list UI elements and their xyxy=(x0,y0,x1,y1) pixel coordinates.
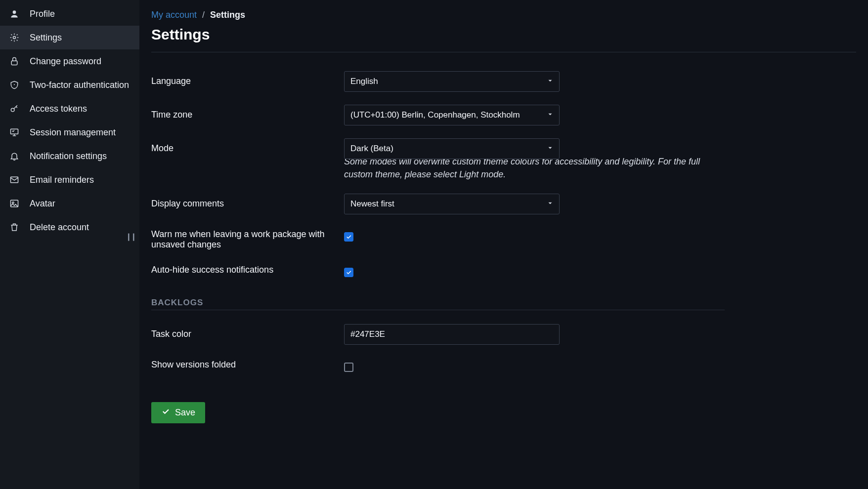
warn-unsaved-checkbox[interactable] xyxy=(344,232,353,242)
sidebar-item-access-tokens[interactable]: Access tokens xyxy=(0,97,139,121)
bell-icon xyxy=(9,151,20,162)
task-color-label: Task color xyxy=(151,324,344,339)
language-select[interactable]: English xyxy=(344,71,560,92)
autohide-checkbox[interactable] xyxy=(344,268,353,277)
sidebar-collapse-handle[interactable]: ❙❙ xyxy=(126,232,135,241)
svg-rect-2 xyxy=(11,61,17,65)
monitor-icon xyxy=(9,127,20,138)
sidebar-item-email-reminders[interactable]: Email reminders xyxy=(0,168,139,192)
sidebar-item-profile[interactable]: Profile xyxy=(0,2,139,26)
comments-select[interactable]: Newest first xyxy=(344,194,560,214)
sidebar-item-two-factor[interactable]: Two-factor authentication xyxy=(0,73,139,97)
warn-unsaved-label: Warn me when leaving a work package with… xyxy=(151,227,344,250)
page-title: Settings xyxy=(151,26,856,43)
autohide-label: Auto-hide success notifications xyxy=(151,263,344,275)
sidebar-item-label: Settings xyxy=(30,33,62,43)
title-rule xyxy=(151,52,856,52)
sidebar-item-label: Email reminders xyxy=(30,175,94,185)
sidebar-item-label: Two-factor authentication xyxy=(30,80,129,90)
task-color-input[interactable] xyxy=(344,324,560,345)
save-button-label: Save xyxy=(175,408,195,418)
breadcrumb-root-link[interactable]: My account xyxy=(151,10,197,20)
versions-folded-label: Show versions folded xyxy=(151,358,344,370)
timezone-select[interactable]: (UTC+01:00) Berlin, Copenhagen, Stockhol… xyxy=(344,105,560,125)
sidebar-item-label: Delete account xyxy=(30,222,89,233)
person-icon xyxy=(9,8,20,19)
breadcrumb-current: Settings xyxy=(210,10,245,20)
svg-point-0 xyxy=(13,10,16,14)
breadcrumb-separator: / xyxy=(202,10,205,20)
settings-form: Language English Time zone (UTC+01:00) B… xyxy=(151,71,725,423)
main-content: My account / Settings Settings Language … xyxy=(139,0,868,489)
svg-point-4 xyxy=(11,108,14,112)
svg-point-8 xyxy=(12,202,14,204)
key-icon xyxy=(9,103,20,114)
sidebar-item-label: Change password xyxy=(30,56,101,67)
sidebar-item-avatar[interactable]: Avatar xyxy=(0,192,139,215)
save-button[interactable]: Save xyxy=(151,402,205,423)
language-label: Language xyxy=(151,71,344,86)
sidebar: Profile Settings Change password Two-fac… xyxy=(0,0,139,489)
svg-point-1 xyxy=(13,37,16,39)
timezone-label: Time zone xyxy=(151,105,344,120)
shield-icon xyxy=(9,80,20,90)
sidebar-item-label: Session management xyxy=(30,127,116,138)
breadcrumb: My account / Settings xyxy=(151,10,856,20)
gear-icon xyxy=(9,32,20,43)
sidebar-item-delete-account[interactable]: Delete account xyxy=(0,215,139,239)
svg-point-3 xyxy=(14,84,15,85)
sidebar-item-label: Access tokens xyxy=(30,104,87,114)
comments-label: Display comments xyxy=(151,194,344,209)
sidebar-item-label: Profile xyxy=(30,9,55,19)
mode-label: Mode xyxy=(151,138,344,154)
check-icon xyxy=(161,407,170,418)
versions-folded-checkbox[interactable] xyxy=(344,363,353,372)
backlogs-rule xyxy=(151,310,725,310)
sidebar-item-settings[interactable]: Settings xyxy=(0,26,139,49)
envelope-icon xyxy=(9,174,20,185)
sidebar-item-change-password[interactable]: Change password xyxy=(0,49,139,73)
sidebar-item-label: Notification settings xyxy=(30,151,107,162)
sidebar-item-notification-settings[interactable]: Notification settings xyxy=(0,144,139,168)
sidebar-item-label: Avatar xyxy=(30,199,55,209)
mode-select[interactable]: Dark (Beta) xyxy=(344,138,560,159)
sidebar-item-session-management[interactable]: Session management xyxy=(0,121,139,144)
backlogs-heading: BACKLOGS xyxy=(151,298,725,308)
image-icon xyxy=(9,198,20,209)
trash-icon xyxy=(9,222,20,233)
svg-rect-5 xyxy=(11,129,18,134)
lock-icon xyxy=(9,56,20,67)
